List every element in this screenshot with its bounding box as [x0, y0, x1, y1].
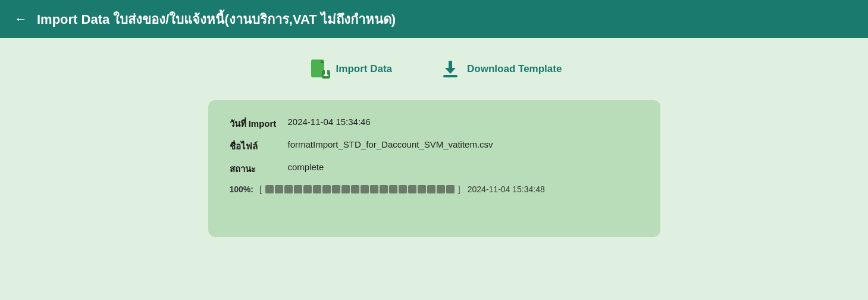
svg-marker-6: [445, 68, 456, 74]
progress-block: [322, 185, 331, 193]
action-bar: Import Data Download Template: [297, 52, 572, 86]
info-card: วันที่ Import 2024-11-04 15:34:46 ชื่อไฟ…: [208, 100, 660, 237]
progress-block: [351, 185, 359, 193]
date-row: วันที่ Import 2024-11-04 15:34:46: [230, 117, 639, 131]
status-value: complete: [288, 162, 324, 172]
page-header: ← Import Data ใบส่งของ/ใบแจ้งหนี้(งานบริ…: [0, 0, 868, 38]
import-data-label: Import Data: [336, 63, 392, 75]
date-value: 2024-11-04 15:34:46: [288, 117, 371, 127]
filename-value: formatImport_STD_for_Daccount_SVM_vatite…: [288, 139, 493, 149]
progress-block: [446, 185, 455, 193]
progress-bracket-open: [: [259, 185, 262, 194]
progress-block: [303, 185, 312, 193]
download-icon: [440, 58, 461, 80]
progress-block: [380, 185, 388, 193]
progress-block: [399, 185, 407, 193]
progress-percent: 100%:: [230, 185, 253, 194]
svg-rect-4: [325, 70, 327, 75]
date-label: วันที่ Import: [230, 117, 283, 131]
progress-block: [418, 185, 426, 193]
progress-block: [437, 185, 445, 193]
progress-block: [361, 185, 369, 193]
page-title: Import Data ใบส่งของ/ใบแจ้งหนี้(งานบริกา…: [37, 9, 396, 30]
status-row: สถานะ complete: [230, 162, 639, 176]
progress-block: [408, 185, 416, 193]
filename-label: ชื่อไฟล์: [230, 139, 283, 154]
progress-block: [313, 185, 321, 193]
progress-row: 100%: [ ] 2024-11-04 15:34:48: [230, 185, 639, 194]
progress-block: [265, 185, 274, 193]
import-data-button[interactable]: Import Data: [297, 52, 402, 86]
import-icon: [306, 57, 330, 81]
progress-block: [427, 185, 435, 193]
main-content: Import Data Download Template วันที่ Imp…: [0, 38, 868, 251]
back-button[interactable]: ←: [14, 11, 27, 27]
svg-rect-7: [443, 75, 457, 77]
progress-block: [389, 185, 397, 193]
progress-block: [275, 185, 283, 193]
progress-block: [370, 185, 378, 193]
progress-block: [284, 185, 293, 193]
progress-block: [341, 185, 350, 193]
download-template-button[interactable]: Download Template: [430, 54, 571, 85]
status-label: สถานะ: [230, 162, 283, 176]
progress-bracket-close: ]: [458, 185, 460, 194]
download-template-label: Download Template: [467, 63, 562, 75]
filename-row: ชื่อไฟล์ formatImport_STD_for_Daccount_S…: [230, 139, 639, 154]
progress-timestamp: 2024-11-04 15:34:48: [468, 185, 545, 194]
progress-block: [294, 185, 302, 193]
progress-block: [332, 185, 340, 193]
progress-blocks: [265, 185, 455, 193]
